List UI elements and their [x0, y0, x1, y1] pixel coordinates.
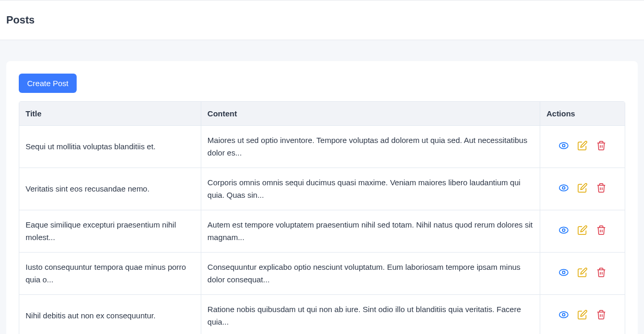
eye-icon: [558, 183, 569, 195]
cell-actions: [540, 168, 625, 210]
edit-button[interactable]: [575, 308, 590, 323]
trash-icon: [596, 267, 606, 279]
svg-point-0: [560, 142, 568, 149]
cell-title: Veritatis sint eos recusandae nemo.: [19, 168, 201, 210]
view-button[interactable]: [556, 308, 571, 323]
cell-content: Corporis omnis omnis sequi ducimus quasi…: [201, 168, 540, 210]
edit-button[interactable]: [575, 139, 590, 153]
cell-actions: [540, 210, 625, 253]
svg-point-5: [562, 186, 565, 189]
trash-icon: [596, 225, 606, 237]
svg-point-17: [562, 313, 565, 316]
edit-icon: [577, 267, 588, 279]
table-row: Sequi ut mollitia voluptas blanditiis et…: [19, 126, 625, 168]
cell-content: Autem est tempore voluptatem praesentium…: [201, 210, 540, 253]
delete-button[interactable]: [594, 308, 609, 323]
table-row: Eaque similique excepturi praesentium ni…: [19, 210, 625, 253]
svg-point-12: [560, 269, 568, 276]
view-button[interactable]: [556, 139, 571, 153]
edit-icon: [577, 225, 588, 237]
view-button[interactable]: [556, 266, 571, 280]
column-header-actions: Actions: [540, 102, 625, 126]
eye-icon: [558, 140, 569, 152]
svg-point-8: [560, 227, 568, 233]
edit-button[interactable]: [575, 223, 590, 238]
delete-button[interactable]: [594, 266, 609, 280]
delete-button[interactable]: [594, 223, 609, 238]
column-header-content: Content: [201, 102, 540, 126]
trash-icon: [596, 140, 606, 152]
cell-content: Consequuntur explicabo optio nesciunt vo…: [201, 253, 540, 295]
trash-icon: [596, 309, 606, 321]
column-header-title: Title: [19, 102, 201, 126]
svg-point-16: [560, 312, 568, 318]
cell-title: Iusto consequuntur tempora quae minus po…: [19, 253, 201, 295]
table-row: Nihil debitis aut non ex consequuntur.Ra…: [19, 295, 625, 335]
svg-point-1: [562, 144, 565, 147]
cell-title: Eaque similique excepturi praesentium ni…: [19, 210, 201, 253]
edit-icon: [577, 309, 588, 321]
eye-icon: [558, 225, 569, 237]
content-wrap: Create Post Title Content Actions Sequi …: [0, 40, 644, 334]
delete-button[interactable]: [594, 139, 609, 153]
trash-icon: [596, 183, 606, 195]
table-row: Iusto consequuntur tempora quae minus po…: [19, 253, 625, 295]
cell-content: Maiores ut sed optio inventore. Tempore …: [201, 126, 540, 168]
edit-button[interactable]: [575, 181, 590, 196]
cell-content: Ratione nobis quibusdam ut qui non ab iu…: [201, 295, 540, 335]
cell-title: Sequi ut mollitia voluptas blanditiis et…: [19, 126, 201, 168]
page-header: Posts: [0, 0, 644, 40]
create-post-button[interactable]: Create Post: [19, 74, 77, 93]
cell-actions: [540, 295, 625, 335]
posts-card: Create Post Title Content Actions Sequi …: [6, 61, 638, 334]
view-button[interactable]: [556, 223, 571, 238]
cell-actions: [540, 126, 625, 168]
edit-icon: [577, 183, 588, 195]
cell-title: Nihil debitis aut non ex consequuntur.: [19, 295, 201, 335]
edit-button[interactable]: [575, 266, 590, 280]
view-button[interactable]: [556, 181, 571, 196]
posts-table: Title Content Actions Sequi ut mollitia …: [19, 102, 625, 334]
cell-actions: [540, 253, 625, 295]
page-title: Posts: [6, 14, 638, 26]
table-row: Veritatis sint eos recusandae nemo.Corpo…: [19, 168, 625, 210]
eye-icon: [558, 309, 569, 321]
svg-point-9: [562, 229, 565, 231]
edit-icon: [577, 140, 588, 152]
svg-point-4: [560, 185, 568, 191]
svg-point-13: [562, 271, 565, 273]
delete-button[interactable]: [594, 181, 609, 196]
posts-table-container: Title Content Actions Sequi ut mollitia …: [19, 101, 625, 334]
eye-icon: [558, 267, 569, 279]
